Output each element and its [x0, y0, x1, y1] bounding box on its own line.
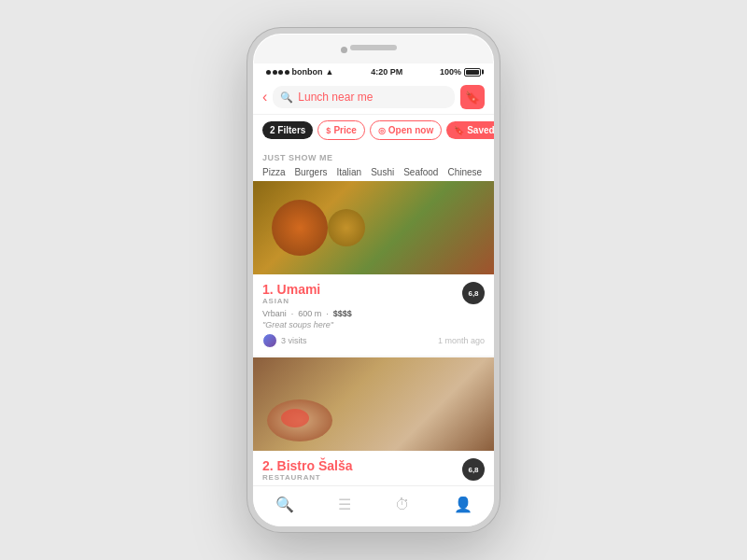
search-context: near me	[329, 91, 373, 104]
distance-1: 600 m	[298, 309, 321, 318]
restaurant-type-2: RESTAURANT	[262, 473, 353, 482]
restaurant-footer-1: 3 visits 1 month ago	[262, 333, 485, 348]
clock-icon: ◎	[378, 126, 386, 135]
price-filter-chip[interactable]: $ Price	[317, 120, 364, 140]
restaurant-info-2: 2. Bistro Šalša RESTAURANT 6,8 Donji Gra…	[253, 451, 494, 486]
nav-history[interactable]: ⏱	[395, 497, 410, 513]
bottom-nav: 🔍 ☰ ⏱ 👤	[253, 485, 494, 526]
just-show-me-label: JUST SHOW ME	[262, 153, 485, 162]
phone-speaker	[350, 45, 397, 50]
quote-1: "Great soups here"	[262, 320, 485, 329]
battery-fill	[466, 70, 479, 75]
visits-1: 3 visits	[281, 336, 307, 345]
signal-dot-4	[285, 70, 289, 75]
restaurant-meta-1: Vrbani · 600 m · $$$$	[262, 309, 485, 318]
saved-icon: 🔖	[454, 126, 464, 135]
just-show-me-section: JUST SHOW ME Pizza Burgers Italian Sushi…	[253, 146, 494, 181]
filters-chip[interactable]: 2 Filters	[262, 121, 313, 139]
saved-filter-chip[interactable]: 🔖 Saved	[446, 121, 494, 139]
search-keyword: Lunch	[298, 91, 329, 104]
status-time: 4:20 PM	[371, 67, 402, 77]
name-2: Bistro Šalša	[277, 458, 353, 473]
price-1: $$$$	[333, 309, 352, 318]
back-button[interactable]: ‹	[262, 90, 267, 105]
list-nav-icon: ☰	[338, 496, 351, 513]
bookmark-icon: 🔖	[465, 91, 480, 105]
restaurant-card-2[interactable]: 2. Bistro Šalša RESTAURANT 6,8 Donji Gra…	[253, 357, 494, 486]
nav-profile[interactable]: 👤	[454, 496, 472, 513]
battery-icon	[464, 68, 481, 77]
restaurant-name-2: 2. Bistro Šalša RESTAURANT	[262, 458, 353, 485]
signal-indicator	[266, 70, 289, 75]
filters-label: 2 Filters	[270, 125, 305, 135]
carrier-name: bonbon	[292, 67, 323, 77]
status-right: 100%	[440, 67, 481, 77]
open-now-label: Open now	[388, 125, 433, 135]
category-pizza[interactable]: Pizza	[262, 167, 285, 177]
history-nav-icon: ⏱	[395, 497, 410, 513]
visit-info-1: 3 visits	[262, 333, 307, 348]
saved-label: Saved	[467, 125, 494, 135]
search-bar: ‹ 🔍 Lunch near me 🔖	[253, 80, 494, 115]
restaurant-list: 1. Umami ASIAN 6,8 Vrbani · 600 m · $$$$…	[253, 181, 494, 486]
search-input-container[interactable]: 🔍 Lunch near me	[273, 86, 455, 108]
rank-2: 2.	[262, 458, 277, 473]
category-chinese[interactable]: Chinese	[447, 167, 482, 177]
battery-percentage: 100%	[440, 67, 461, 77]
restaurant-type-1: ASIAN	[262, 297, 320, 305]
time-ago-1: 1 month ago	[438, 336, 485, 345]
rating-badge-2: 6,8	[462, 458, 485, 481]
restaurant-header-2: 2. Bistro Šalša RESTAURANT 6,8	[262, 458, 485, 485]
restaurant-card-1[interactable]: 1. Umami ASIAN 6,8 Vrbani · 600 m · $$$$…	[253, 181, 494, 356]
category-seafood[interactable]: Seafood	[403, 167, 438, 177]
separator-1: ·	[291, 309, 294, 318]
restaurant-title-2: 2. Bistro Šalša	[262, 458, 353, 473]
signal-dot-1	[266, 70, 271, 75]
restaurant-header-1: 1. Umami ASIAN 6,8	[262, 282, 485, 309]
separator-2: ·	[326, 309, 329, 318]
restaurant-title-1: 1. Umami	[262, 282, 320, 297]
rating-badge-1: 6,8	[462, 282, 485, 304]
avatar-1	[262, 333, 277, 348]
bookmark-button[interactable]: 🔖	[460, 85, 485, 109]
wifi-icon: ▲	[326, 67, 334, 77]
dollar-icon: $	[326, 126, 331, 135]
signal-dot-3	[278, 70, 283, 75]
status-left: bonbon ▲	[266, 67, 333, 77]
power-button[interactable]	[498, 134, 500, 172]
category-sushi[interactable]: Sushi	[371, 167, 394, 177]
open-now-filter-chip[interactable]: ◎ Open now	[370, 120, 442, 140]
category-burgers[interactable]: Burgers	[294, 167, 327, 177]
restaurant-image-1	[253, 181, 494, 274]
volume-up-button[interactable]	[247, 118, 249, 144]
restaurant-info-1: 1. Umami ASIAN 6,8 Vrbani · 600 m · $$$$…	[253, 274, 494, 356]
nav-list[interactable]: ☰	[338, 496, 351, 513]
category-italian[interactable]: Italian	[336, 167, 361, 177]
price-label: Price	[333, 125, 356, 135]
search-icon: 🔍	[280, 91, 293, 104]
volume-down-button[interactable]	[247, 153, 249, 179]
profile-nav-icon: 👤	[454, 496, 472, 513]
phone-screen: bonbon ▲ 4:20 PM 100% ‹ 🔍 Lunch near me	[253, 63, 494, 526]
search-nav-icon: 🔍	[275, 496, 294, 513]
category-list: Pizza Burgers Italian Sushi Seafood Chin…	[262, 167, 485, 177]
phone-frame: bonbon ▲ 4:20 PM 100% ‹ 🔍 Lunch near me	[247, 28, 500, 532]
restaurant-image-2	[253, 357, 494, 451]
nav-search[interactable]: 🔍	[275, 496, 294, 513]
name-1: Umami	[277, 282, 321, 297]
restaurant-name-1: 1. Umami ASIAN	[262, 282, 320, 309]
status-bar: bonbon ▲ 4:20 PM 100%	[253, 63, 494, 80]
phone-camera	[341, 47, 347, 53]
signal-dot-2	[273, 70, 277, 75]
filter-bar: 2 Filters $ Price ◎ Open now 🔖 Saved	[253, 115, 494, 146]
rank-1: 1.	[262, 282, 277, 297]
location-1: Vrbani	[262, 309, 287, 318]
search-text: Lunch near me	[298, 91, 447, 104]
